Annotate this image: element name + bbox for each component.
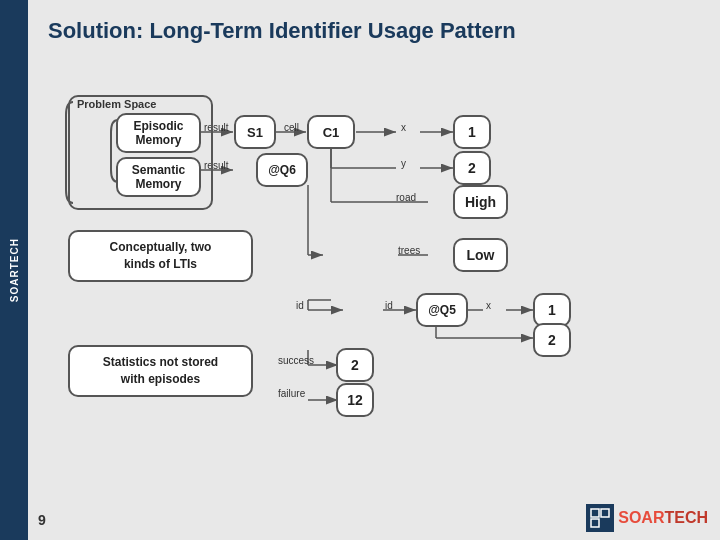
val1-label: 1: [468, 124, 476, 140]
success-val-box: 2: [336, 348, 374, 382]
statistics-label: Statistics not stored with episodes: [103, 354, 218, 388]
sidebar: SOARTECH: [0, 0, 28, 540]
id-label-right: id: [385, 300, 393, 311]
x-label-2: x: [486, 300, 491, 311]
logo-tech: TECH: [664, 509, 708, 526]
val2-box: 2: [453, 151, 491, 185]
logo-box-icon: [586, 504, 614, 532]
page-number: 9: [38, 512, 46, 528]
diagram: Problem Space Episodic Memory Semantic M…: [38, 60, 708, 510]
sidebar-brand: SOARTECH: [9, 238, 20, 302]
high-box: High: [453, 185, 508, 219]
val1-box: 1: [453, 115, 491, 149]
logo-soar: SOAR: [618, 509, 664, 526]
statistics-box: Statistics not stored with episodes: [68, 345, 253, 397]
svg-rect-28: [591, 509, 599, 517]
at-q6-box: @Q6: [256, 153, 308, 187]
at-q5-label: @Q5: [428, 303, 456, 317]
conceptually-label: Conceptually, two kinds of LTIs: [110, 239, 212, 273]
val2b-box: 2: [533, 323, 571, 357]
problem-space-box: [68, 95, 213, 210]
conceptually-box: Conceptually, two kinds of LTIs: [68, 230, 253, 282]
low-box: Low: [453, 238, 508, 272]
at-q6-label: @Q6: [268, 163, 296, 177]
cell-label: cell: [284, 122, 299, 133]
high-label: High: [465, 194, 496, 210]
low-label: Low: [467, 247, 495, 263]
s1-box: S1: [234, 115, 276, 149]
logo-bottom: SOARTECH: [586, 504, 708, 532]
page-title: Solution: Long-Term Identifier Usage Pat…: [48, 18, 516, 44]
success-label: success: [278, 355, 314, 366]
s1-label: S1: [247, 125, 263, 140]
main-content: Solution: Long-Term Identifier Usage Pat…: [28, 0, 720, 540]
soartech-icon: [590, 508, 610, 528]
val2b-label: 2: [548, 332, 556, 348]
svg-rect-29: [601, 509, 609, 517]
val2-label: 2: [468, 160, 476, 176]
at-q5-box: @Q5: [416, 293, 468, 327]
c1-box: C1: [307, 115, 355, 149]
success-val-label: 2: [351, 357, 359, 373]
failure-label: failure: [278, 388, 305, 399]
svg-rect-30: [591, 519, 599, 527]
road-label: road: [396, 192, 416, 203]
y-label: y: [401, 158, 406, 169]
failure-val-box: 12: [336, 383, 374, 417]
x-label: x: [401, 122, 406, 133]
logo-text: SOARTECH: [618, 509, 708, 527]
failure-val-label: 12: [347, 392, 363, 408]
trees-label: trees: [398, 245, 420, 256]
val1b-box: 1: [533, 293, 571, 327]
val1b-label: 1: [548, 302, 556, 318]
id-label-left: id: [296, 300, 304, 311]
c1-label: C1: [323, 125, 340, 140]
